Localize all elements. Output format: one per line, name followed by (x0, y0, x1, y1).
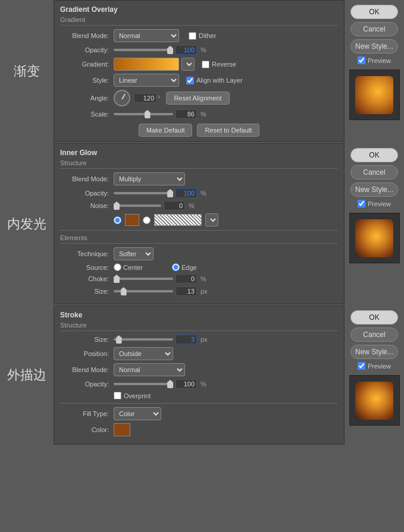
ig-noise-unit: % (189, 202, 195, 209)
reset-default-button[interactable]: Reset to Default (197, 124, 259, 137)
s2-preview-label: Preview (368, 200, 391, 207)
stroke-overprint-row: Overprint (60, 392, 338, 399)
gradient-subtitle: Gradient (60, 16, 338, 26)
s1-cancel-button[interactable]: Cancel (350, 22, 398, 36)
s3-preview-inner (355, 382, 393, 420)
gradient-row: Gradient: Reverse (60, 58, 338, 71)
align-layer-label: Align with Layer (196, 77, 243, 84)
ig-blend-mode-select[interactable]: Multiply Normal Screen (114, 172, 185, 185)
s1-new-style-button[interactable]: New Style... (350, 39, 398, 53)
ig-center-label: Center (123, 264, 143, 271)
s3-preview-checkbox[interactable] (358, 362, 365, 370)
s2-new-style-button[interactable]: New Style... (350, 182, 398, 197)
section3-chinese-label: 外描边 (7, 366, 46, 384)
stroke-fill-type-select[interactable]: Color Gradient Pattern (114, 407, 161, 420)
ig-opacity-input[interactable] (176, 188, 197, 198)
reverse-checkbox[interactable] (202, 61, 209, 68)
ig-noise-input[interactable] (164, 201, 185, 210)
opacity-label: Opacity: (60, 46, 114, 53)
s3-preview-label: Preview (368, 363, 391, 370)
angle-dial[interactable] (114, 90, 130, 106)
stroke-color-label: Color: (60, 426, 114, 433)
ig-opacity-slider[interactable] (114, 192, 173, 194)
ig-gradient-type-select[interactable] (205, 213, 218, 226)
ig-opacity-unit: % (201, 190, 206, 197)
stroke-size-slider-container: px (114, 335, 208, 344)
section1-chinese-label: 渐变 (14, 62, 40, 80)
dither-label: Dither (199, 32, 216, 39)
blend-mode-row: Blend Mode: Normal Multiply Screen Dithe… (60, 29, 338, 42)
overprint-checkbox[interactable] (114, 392, 121, 399)
s1-ok-button[interactable]: OK (350, 5, 398, 19)
ig-edge-option[interactable]: Edge (172, 263, 226, 271)
s3-cancel-button[interactable]: Cancel (350, 328, 398, 342)
ig-noise-slider[interactable] (114, 204, 161, 207)
dither-checkbox[interactable] (189, 32, 196, 40)
stroke-blend-mode-select[interactable]: Normal Multiply Screen (114, 363, 185, 376)
blend-mode-select[interactable]: Normal Multiply Screen (114, 29, 179, 42)
ig-choke-slider[interactable] (114, 278, 173, 280)
s3-preview-box (349, 375, 400, 426)
opacity-slider[interactable] (114, 49, 173, 51)
ig-technique-select[interactable]: Softer Precise (114, 247, 154, 260)
ig-gradient-swatch[interactable] (154, 214, 202, 226)
s2-ok-button[interactable]: OK (350, 148, 398, 162)
gradient-preview[interactable] (114, 58, 179, 71)
align-layer-checkbox[interactable] (186, 77, 194, 84)
ig-choke-input[interactable] (176, 274, 197, 284)
stroke-opacity-slider[interactable] (114, 383, 173, 385)
make-default-button[interactable]: Make Default (139, 124, 193, 137)
ig-edge-label: Edge (181, 264, 197, 271)
section2-chinese-label: 内发光 (7, 215, 46, 233)
scale-slider[interactable] (114, 113, 173, 115)
opacity-unit: % (201, 46, 206, 53)
stroke-opacity-input[interactable] (176, 379, 197, 389)
gradient-dropdown[interactable] (181, 58, 195, 71)
stroke-blend-mode-row: Blend Mode: Normal Multiply Screen (60, 363, 338, 376)
ig-size-slider[interactable] (114, 290, 173, 292)
ig-choke-row: Choke: % (60, 274, 338, 284)
ig-solid-swatch[interactable] (125, 214, 139, 226)
ig-technique-label: Technique: (60, 250, 114, 257)
s1-preview-checkbox[interactable] (358, 56, 365, 64)
section2-sidebar: OK Cancel New Style... Preview (345, 143, 404, 304)
s2-preview-row: Preview (358, 200, 391, 207)
ig-size-slider-container: px (114, 287, 208, 296)
ig-noise-row: Noise: % (60, 201, 338, 210)
reverse-label: Reverse (212, 61, 236, 68)
ig-size-row: Size: px (60, 287, 338, 296)
s2-cancel-button[interactable]: Cancel (350, 165, 398, 180)
angle-input[interactable] (134, 93, 156, 103)
opacity-row: Opacity: % (60, 45, 338, 55)
ig-choke-label: Choke: (60, 275, 114, 282)
style-select[interactable]: Linear Radial Angle (114, 74, 179, 87)
ig-solid-radio[interactable] (114, 216, 121, 224)
stroke-color-swatch[interactable] (114, 423, 130, 436)
s3-ok-button[interactable]: OK (350, 310, 398, 325)
ig-size-label: Size: (60, 288, 114, 295)
s1-preview-label: Preview (368, 57, 391, 64)
stroke-position-select[interactable]: Outside Inside Center (114, 347, 173, 360)
s2-preview-checkbox[interactable] (358, 200, 365, 207)
s1-preview-inner (355, 76, 393, 114)
opacity-input[interactable] (176, 45, 197, 55)
ig-opacity-slider-container: % (114, 188, 206, 198)
ig-gradient-radio[interactable] (143, 216, 151, 224)
section1-label: 渐变 (0, 0, 54, 142)
scale-label: Scale: (60, 111, 114, 118)
gradient-overlay-section: 渐变 Gradient Overlay Gradient Blend Mode:… (0, 0, 404, 142)
ig-size-unit: px (201, 288, 208, 295)
stroke-size-slider[interactable] (114, 338, 173, 341)
ig-noise-slider-container: % (114, 201, 195, 210)
inner-glow-title: Inner Glow (60, 149, 338, 157)
reset-alignment-button[interactable]: Reset Alignment (166, 92, 229, 105)
scale-input[interactable] (176, 109, 197, 119)
s1-preview-row: Preview (358, 56, 391, 64)
ig-opacity-label: Opacity: (60, 190, 114, 197)
ig-center-option[interactable]: Center (114, 263, 167, 271)
section1-sidebar: OK Cancel New Style... Preview (345, 0, 404, 142)
s3-new-style-button[interactable]: New Style... (350, 345, 398, 359)
stroke-opacity-unit: % (201, 380, 206, 388)
ig-size-input[interactable] (176, 287, 197, 296)
stroke-size-input[interactable] (176, 335, 197, 344)
